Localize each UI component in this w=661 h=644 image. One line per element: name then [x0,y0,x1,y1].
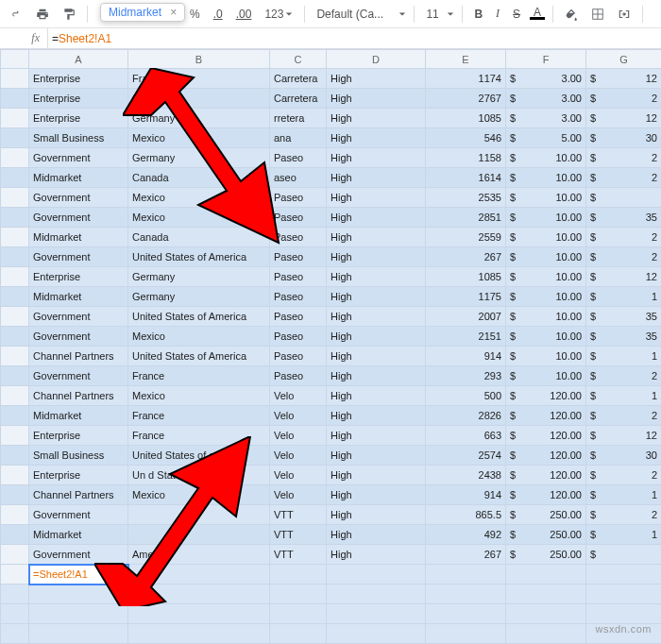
cell[interactable]: Paseo [270,287,327,307]
cell[interactable]: Velo [270,466,327,485]
cell[interactable]: 492 [426,525,506,545]
col-G[interactable]: G [586,50,662,69]
row-header[interactable] [1,168,29,188]
cell[interactable]: 500 [426,386,506,406]
cell[interactable]: High [327,366,426,386]
cell[interactable]: Midmarket [29,168,128,188]
cell[interactable]: France [128,406,270,426]
cell[interactable]: $10.00 [506,188,586,208]
row-header[interactable] [1,485,29,505]
cell[interactable]: United States of America [128,247,270,267]
cell[interactable]: $120.00 [506,386,586,406]
cell[interactable]: Canada [128,228,270,247]
row-header[interactable] [1,505,29,525]
increase-decimal[interactable]: .00 [232,8,256,21]
row-header[interactable] [1,188,29,208]
cell[interactable]: Government [29,545,128,565]
cell[interactable]: 2851 [426,208,506,228]
strike-button[interactable]: S [509,8,524,21]
cell[interactable]: Paseo [270,267,327,287]
cell[interactable] [128,505,270,525]
cell[interactable]: Mexico [128,208,270,228]
cell[interactable]: $12 [586,267,662,287]
cell[interactable]: Enterprise [29,466,128,485]
cell[interactable]: $2 [586,89,662,109]
cell[interactable]: France [128,366,270,386]
table-row[interactable]: GovernmentGermanyPaseoHigh1158$10.00$2 [1,148,662,168]
cell[interactable]: High [327,426,426,446]
cell[interactable]: $10.00 [506,267,586,287]
cell[interactable]: $10.00 [506,228,586,247]
cell[interactable]: America [128,545,270,565]
cell[interactable]: High [327,485,426,505]
row-header[interactable] [1,228,29,247]
cell[interactable]: 2438 [426,466,506,485]
cell[interactable]: $1 [586,485,662,505]
cell[interactable]: $ [586,188,662,208]
cell[interactable]: High [327,69,426,89]
merge-icon[interactable] [614,4,635,25]
cell[interactable]: $120.00 [506,426,586,446]
cell[interactable]: 1158 [426,148,506,168]
cell[interactable]: $12 [586,426,662,446]
cell[interactable]: 2767 [426,89,506,109]
cell[interactable]: $2 [586,505,662,525]
table-row[interactable]: GovernmentUnited States of AmericaPaseoH… [1,307,662,327]
cell[interactable]: Carretera [270,69,327,89]
borders-icon[interactable] [587,4,608,25]
cell[interactable]: Midmarket [29,525,128,545]
cell[interactable]: High [327,327,426,347]
textcolor-button[interactable]: A [530,8,545,20]
cell[interactable]: $120.00 [506,485,586,505]
cell[interactable]: High [327,545,426,565]
cell[interactable]: 1614 [426,168,506,188]
cell[interactable]: $250.00 [506,525,586,545]
active-cell[interactable]: =Sheet2!A1 [29,565,128,585]
table-row[interactable]: GovernmentMexicoPaseoHigh2151$10.00$35 [1,327,662,347]
table-row[interactable]: MidmarketFranceVeloHigh2826$120.00$2 [1,406,662,426]
row-header[interactable] [1,247,29,267]
row-header[interactable] [1,109,29,128]
cell[interactable]: Paseo [270,327,327,347]
row-header[interactable] [1,148,29,168]
bold-button[interactable]: B [470,8,486,21]
fontsize[interactable]: 11 [422,8,441,21]
cell[interactable]: 2574 [426,446,506,466]
row-header[interactable] [1,267,29,287]
cell[interactable]: $10.00 [506,247,586,267]
row-header[interactable] [1,366,29,386]
cell[interactable]: Government [29,148,128,168]
cell[interactable]: $10.00 [506,148,586,168]
cell[interactable]: 2151 [426,327,506,347]
print-icon[interactable] [32,4,53,25]
row-header[interactable] [1,307,29,327]
cell[interactable]: Government [29,327,128,347]
cell[interactable]: United States of America [128,347,270,366]
cell[interactable]: High [327,287,426,307]
cell[interactable]: $1 [586,525,662,545]
percent-format[interactable]: % [186,8,204,21]
table-row[interactable] [1,585,662,604]
cell[interactable]: Velo [270,426,327,446]
cell[interactable]: $120.00 [506,406,586,426]
fill-icon[interactable] [561,4,582,25]
table-row[interactable]: GovernmentVTTHigh865.5$250.00$2 [1,505,662,525]
cell[interactable]: High [327,128,426,148]
cell[interactable]: $2 [586,466,662,485]
cell[interactable]: $30 [586,446,662,466]
cell[interactable]: High [327,267,426,287]
formula-input[interactable]: =Sheet2!A1 [48,32,661,45]
row-header[interactable] [1,208,29,228]
cell[interactable]: United States of ca [128,446,270,466]
table-row[interactable]: GovernmentFrancePaseoHigh293$10.00$2 [1,366,662,386]
cell[interactable]: Germany [128,267,270,287]
cell[interactable]: High [327,347,426,366]
cell[interactable]: Small Business [29,446,128,466]
cell[interactable]: Enterprise [29,426,128,446]
row-header[interactable] [1,89,29,109]
row-header[interactable] [1,386,29,406]
row-header[interactable] [1,128,29,148]
cell[interactable]: $ [586,545,662,565]
cell[interactable]: Paseo [270,347,327,366]
cell[interactable]: 914 [426,347,506,366]
